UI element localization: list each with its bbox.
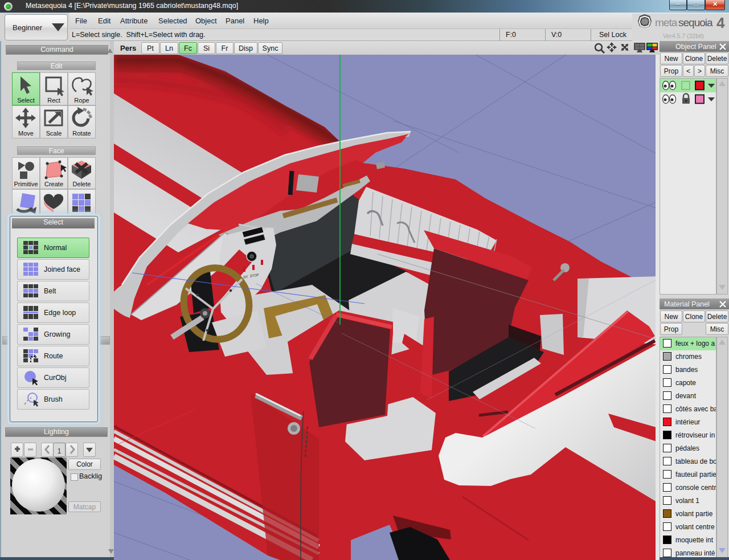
- svg-text:sequoia: sequoia: [678, 17, 713, 28]
- svg-text:4: 4: [716, 14, 725, 31]
- svg-text:meta: meta: [655, 17, 678, 28]
- svg-text:Ver4.5.7 (32bit): Ver4.5.7 (32bit): [663, 32, 704, 39]
